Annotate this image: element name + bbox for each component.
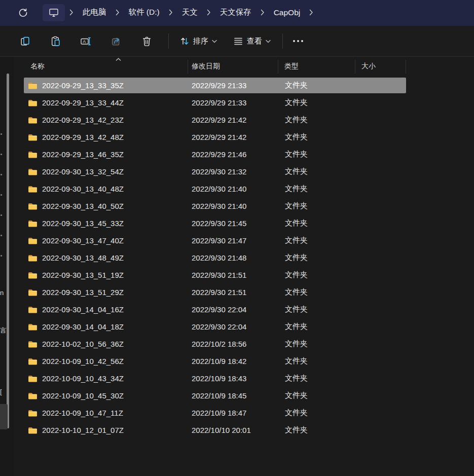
more-options-button[interactable]: [289, 31, 307, 51]
command-toolbar: A: [0, 26, 474, 57]
paste-button[interactable]: [46, 31, 65, 51]
folder-icon: [28, 271, 38, 279]
file-name: 2022-10-02_10_56_36Z: [42, 340, 124, 348]
file-row[interactable]: 2022-09-29_13_42_23Z2022/9/29 21:42文件夹: [24, 112, 406, 128]
file-name: 2022-09-29_13_42_48Z: [42, 133, 124, 141]
file-row[interactable]: 2022-10-10_12_01_07Z2022/10/10 20:01文件夹: [24, 422, 406, 438]
folder-icon: [28, 151, 38, 159]
view-button[interactable]: 查看: [229, 32, 275, 50]
nav-pane-text-fragment: [: [0, 388, 2, 395]
file-row[interactable]: 2022-10-09_10_45_30Z2022/10/9 18:45文件夹: [24, 388, 406, 404]
nav-pane-dot-fragment: [1, 235, 2, 236]
file-row[interactable]: 2022-09-29_13_33_44Z2022/9/29 21:33文件夹: [24, 95, 406, 111]
breadcrumb-item-2[interactable]: 软件 (D:): [124, 4, 164, 21]
toolbar-separator: [168, 33, 169, 49]
file-name: 2022-09-30_14_04_16Z: [42, 305, 124, 314]
file-row[interactable]: 2022-10-09_10_43_34Z2022/10/9 18:43文件夹: [24, 371, 406, 386]
file-row[interactable]: 2022-09-30_13_47_40Z2022/9/30 21:47文件夹: [24, 233, 406, 248]
folder-icon: [28, 254, 38, 262]
nav-pane-scrollbar[interactable]: [7, 74, 9, 428]
file-name: 2022-09-30_14_04_18Z: [42, 322, 124, 331]
file-name: 2022-10-09_10_42_56Z: [42, 357, 124, 365]
sort-button[interactable]: 排序: [175, 32, 222, 50]
file-row[interactable]: 2022-10-09_10_42_56Z2022/10/9 18:42文件夹: [24, 353, 406, 369]
file-type: 文件夹: [278, 201, 355, 211]
chevron-right-icon: [69, 9, 74, 16]
file-type: 文件夹: [278, 98, 355, 107]
file-date-modified: 2022/10/9 18:47: [188, 409, 278, 417]
chevron-right-icon[interactable]: [309, 9, 313, 16]
file-name: 2022-09-30_13_40_48Z: [42, 185, 124, 193]
file-date-modified: 2022/9/30 21:45: [188, 219, 278, 228]
file-type: 文件夹: [278, 236, 355, 245]
file-name: 2022-10-09_10_45_30Z: [42, 391, 124, 400]
column-header-name-label: 名称: [30, 62, 45, 71]
file-type: 文件夹: [278, 425, 355, 435]
file-row[interactable]: 2022-10-09_10_47_11Z2022/10/9 18:47文件夹: [24, 405, 406, 421]
file-type: 文件夹: [278, 305, 355, 314]
folder-icon: [28, 219, 38, 228]
folder-icon: [28, 185, 38, 193]
file-row[interactable]: 2022-09-30_13_40_48Z2022/9/30 21:40文件夹: [24, 181, 406, 197]
rename-button[interactable]: A: [76, 31, 95, 51]
file-type: 文件夹: [278, 408, 355, 418]
breadcrumb-item-3[interactable]: 天文: [177, 4, 202, 21]
copy-button[interactable]: [15, 31, 34, 51]
folder-icon: [28, 99, 38, 107]
file-row[interactable]: 2022-09-29_13_46_35Z2022/9/29 21:46文件夹: [24, 147, 406, 162]
file-name: 2022-10-09_10_47_11Z: [42, 409, 123, 417]
sort-icon: [179, 36, 190, 46]
file-row[interactable]: 2022-09-30_13_48_49Z2022/9/30 21:48文件夹: [24, 250, 406, 266]
column-headers: 名称 修改日期 类型 大小: [24, 57, 474, 76]
folder-icon: [28, 409, 38, 417]
chevron-right-icon: [261, 9, 265, 16]
breadcrumb-item-5[interactable]: CapObj: [269, 5, 305, 20]
column-header-name[interactable]: 名称: [24, 57, 188, 76]
folder-icon: [28, 288, 38, 297]
file-name: 2022-09-30_13_45_33Z: [42, 219, 124, 228]
folder-icon: [28, 133, 38, 141]
folder-icon: [28, 426, 38, 434]
file-row[interactable]: 2022-09-29_13_33_35Z2022/9/29 21:33文件夹: [24, 78, 406, 93]
column-header-type[interactable]: 类型: [278, 57, 355, 76]
file-row[interactable]: 2022-09-30_14_04_16Z2022/9/30 22:04文件夹: [24, 302, 406, 317]
file-row[interactable]: 2022-09-30_13_51_29Z2022/9/30 21:51文件夹: [24, 284, 406, 300]
nav-pane-item-fragment: [0, 404, 8, 429]
paste-icon: [50, 36, 61, 47]
file-row[interactable]: 2022-09-30_13_45_33Z2022/9/30 21:45文件夹: [24, 215, 406, 231]
refresh-button[interactable]: [15, 5, 30, 20]
file-row[interactable]: 2022-09-30_13_32_54Z2022/9/30 21:32文件夹: [24, 164, 406, 179]
column-header-date-modified[interactable]: 修改日期: [188, 57, 278, 76]
file-row[interactable]: 2022-09-29_13_42_48Z2022/9/29 21:42文件夹: [24, 129, 406, 145]
file-date-modified: 2022/9/30 21:51: [188, 288, 278, 297]
file-date-modified: 2022/10/9 18:43: [188, 374, 278, 383]
file-date-modified: 2022/9/29 21:42: [188, 133, 278, 141]
delete-button[interactable]: [137, 31, 156, 51]
folder-icon: [28, 392, 38, 400]
address-bar: 此电脑软件 (D:)天文天文保存CapObj: [0, 0, 474, 26]
nav-pane-dot-fragment: [1, 255, 2, 257]
file-list: 2022-09-29_13_33_35Z2022/9/29 21:33文件夹20…: [14, 78, 474, 438]
nav-pane-text-fragment: n: [0, 289, 4, 297]
file-date-modified: 2022/9/29 21:46: [188, 150, 278, 159]
file-row[interactable]: 2022-09-30_14_04_18Z2022/9/30 22:04文件夹: [24, 319, 406, 335]
breadcrumb-item-1[interactable]: 此电脑: [78, 4, 111, 21]
breadcrumb-item-4[interactable]: 天文保存: [215, 4, 256, 21]
file-row[interactable]: 2022-09-30_13_51_19Z2022/9/30 21:51文件夹: [24, 267, 406, 283]
file-name: 2022-09-30_13_47_40Z: [42, 236, 124, 245]
column-header-size[interactable]: 大小: [355, 57, 406, 76]
file-list-area: 名称 修改日期 类型 大小 2022-09-29_13_33_35Z2022/9…: [14, 57, 474, 476]
file-row[interactable]: 2022-10-02_10_56_36Z2022/10/2 18:56文件夹: [24, 336, 406, 352]
file-row[interactable]: 2022-09-30_13_40_50Z2022/9/30 21:40文件夹: [24, 198, 406, 214]
nav-pane-dot-fragment: [1, 194, 2, 196]
folder-icon: [28, 323, 38, 331]
folder-icon: [28, 82, 38, 90]
file-date-modified: 2022/10/10 20:01: [188, 426, 278, 434]
file-name: 2022-09-30_13_51_19Z: [42, 271, 124, 279]
nav-pane-dot-fragment: [1, 154, 2, 155]
share-button[interactable]: [106, 31, 126, 51]
file-name: 2022-09-30_13_48_49Z: [42, 253, 124, 262]
this-pc-root-button[interactable]: [43, 4, 65, 21]
file-name: 2022-09-30_13_40_50Z: [42, 202, 124, 210]
file-name: 2022-09-30_13_32_54Z: [42, 167, 124, 176]
